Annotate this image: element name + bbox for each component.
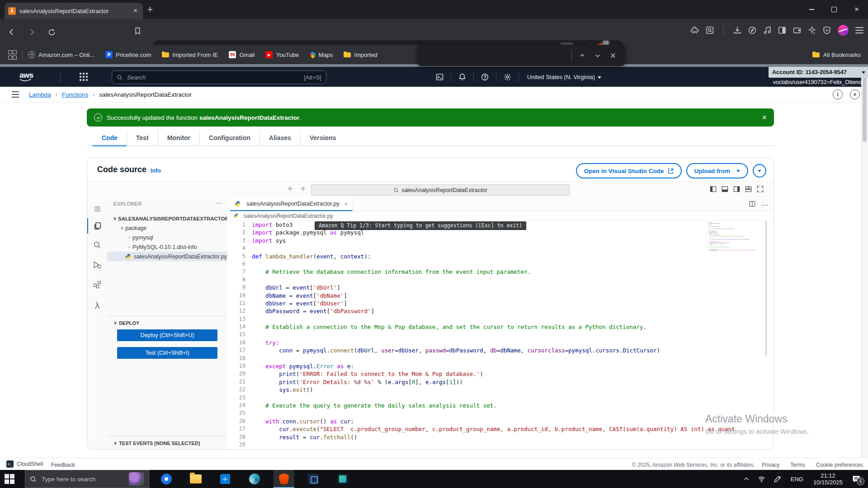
find-next-icon[interactable] <box>590 52 605 59</box>
taskbar-app-media[interactable] <box>332 470 353 488</box>
find-input[interactable] <box>422 52 569 59</box>
language-indicator[interactable]: ENG <box>785 476 809 483</box>
tab-configuration[interactable]: Configuration <box>200 130 260 145</box>
tree-item[interactable]: ›pymysql <box>107 233 227 242</box>
test-events-header[interactable]: ∨TEST EVENTS [NONE SELECTED] <box>107 436 227 450</box>
fullscreen-icon[interactable] <box>757 186 764 192</box>
open-in-vscode-button[interactable]: Open in Visual Studio Code <box>576 163 682 178</box>
nav-menu-icon[interactable] <box>12 91 19 98</box>
start-button[interactable] <box>5 474 14 484</box>
split-editor-icon[interactable] <box>749 201 755 209</box>
search-highlight-image[interactable] <box>129 472 144 486</box>
breadcrumb-functions[interactable]: Functions <box>62 91 89 98</box>
extensions-icon[interactable] <box>691 26 699 34</box>
window-maximize-button[interactable] <box>823 0 845 19</box>
cloudshell-icon[interactable] <box>429 73 451 81</box>
tab-test[interactable]: Test <box>127 130 158 145</box>
bookmark-item[interactable]: Imported From IE <box>162 51 218 58</box>
wallet-icon[interactable] <box>793 26 801 34</box>
window-close-button[interactable]: × <box>845 0 868 19</box>
bookmark-item[interactable]: MGmail <box>229 51 255 58</box>
breadcrumb-lambda[interactable]: Lambda <box>29 91 51 98</box>
minimap[interactable]: 1import boto32import package.pymysql as … <box>706 222 762 255</box>
feedback-link[interactable]: Feedback <box>51 462 75 468</box>
bookmark-item[interactable]: ▶YouTube <box>265 51 299 58</box>
tab-versions[interactable]: Versions <box>301 130 345 145</box>
help-icon[interactable] <box>474 73 496 81</box>
deploy-button[interactable]: Deploy (Ctrl+Shift+U) <box>117 329 217 341</box>
info-link[interactable]: Info <box>151 168 161 174</box>
find-previous-icon[interactable] <box>575 52 590 59</box>
bookmark-page-icon[interactable] <box>134 27 142 35</box>
profile-avatar[interactable] <box>838 25 849 36</box>
browser-tab[interactable]: λ salesAnalysisReportDataExtractor × <box>5 3 143 19</box>
aws-logo[interactable]: aws <box>19 71 33 82</box>
all-bookmarks-button[interactable]: All Bookmarks <box>812 45 861 64</box>
application-composer-icon[interactable] <box>87 277 107 292</box>
page-scrollbar[interactable] <box>861 67 868 458</box>
notifications-bell-icon[interactable] <box>451 73 473 81</box>
taskbar-app-store[interactable] <box>215 470 236 488</box>
bookmark-item[interactable]: Amazon.com – Onli... <box>28 51 94 58</box>
search-files-icon[interactable] <box>87 237 107 253</box>
taskbar-app-brave-active[interactable] <box>274 470 294 488</box>
clock[interactable]: 21:12 10/15/2025 <box>809 472 847 486</box>
tree-item[interactable]: ∨SALESANALYSISREPORTDATAEXTRACTOR <box>107 214 227 223</box>
taskbar-search-input[interactable] <box>41 475 125 483</box>
code-area[interactable]: 1import boto32import package.pymysql as … <box>227 221 774 450</box>
media-playlist-icon[interactable] <box>763 26 771 34</box>
editor-tab-close-icon[interactable]: × <box>344 201 348 207</box>
test-button[interactable]: Test (Ctrl+Shift+I) <box>117 347 217 359</box>
banner-close-icon[interactable]: × <box>762 113 767 122</box>
brave-news-icon[interactable] <box>748 26 756 34</box>
tray-expand-icon[interactable] <box>739 476 754 482</box>
taskbar-search[interactable] <box>25 470 149 488</box>
account-user[interactable]: voclabs/user4190732=Felix_Otieno <box>773 79 862 85</box>
leo-ai-icon[interactable] <box>808 26 816 34</box>
scroll-thumb[interactable] <box>863 74 867 142</box>
vpn-shield-icon[interactable] <box>823 26 831 34</box>
forward-icon[interactable] <box>24 25 39 39</box>
editor-scrollbar[interactable] <box>765 221 767 357</box>
layout-sidebar-right-icon[interactable] <box>733 186 740 192</box>
pen-icon[interactable] <box>769 475 785 483</box>
settings-gear-icon[interactable] <box>496 73 519 81</box>
explorer-files-icon[interactable] <box>87 218 107 234</box>
new-tab-button[interactable]: + <box>144 4 156 15</box>
notification-center-icon[interactable]: 5 <box>847 474 868 483</box>
window-minimize-button[interactable] <box>800 0 823 19</box>
downloads-icon[interactable] <box>733 26 741 34</box>
explorer-actions-icon[interactable]: ⋯ <box>216 199 222 206</box>
status-panel-icon[interactable] <box>850 89 860 99</box>
layout-grid-icon[interactable] <box>745 186 752 192</box>
tree-item[interactable]: salesAnalysisReportDataExtractor.py <box>107 252 227 261</box>
footer-link-privacy[interactable]: Privacy <box>762 462 779 468</box>
bookmark-item[interactable]: Imported <box>344 51 377 58</box>
find-close-icon[interactable] <box>605 52 621 59</box>
sidebar-toggle-icon[interactable] <box>778 26 786 34</box>
apps-grid-icon[interactable] <box>8 50 16 60</box>
taskbar-app-dev-tool[interactable] <box>303 470 324 488</box>
more-actions-button[interactable] <box>753 164 766 178</box>
account-id-tooltip[interactable]: Account ID: 1143-2054-9547 <box>769 67 868 78</box>
editor-file-tab[interactable]: salesAnalysisReportDataExtractor.py × <box>230 197 353 211</box>
deploy-section-header[interactable]: ∨DEPLOY <box>107 316 227 329</box>
aws-search-input[interactable] <box>126 74 304 81</box>
aws-lambda-icon[interactable]: λ <box>87 298 107 313</box>
taskbar-app-browser[interactable] <box>156 470 177 488</box>
tree-item[interactable]: ›PyMySQL-0.10.1.dist-info <box>107 242 227 252</box>
tab-monitor[interactable]: Monitor <box>158 130 200 145</box>
bookmark-item[interactable]: PPriceline.com <box>105 51 151 58</box>
upload-from-button[interactable]: Upload from <box>686 163 749 178</box>
tab-code[interactable]: Code <box>93 130 127 145</box>
cloudshell-button[interactable]: >_ CloudShell <box>6 460 43 468</box>
footer-link-terms[interactable]: Terms <box>790 462 805 468</box>
taskbar-app-edge[interactable] <box>244 470 265 488</box>
editor-more-icon[interactable]: ⋯ <box>761 201 768 209</box>
editor-menu-icon[interactable] <box>87 201 107 216</box>
layout-sidebar-left-icon[interactable] <box>710 186 717 192</box>
editor-search-box[interactable]: salesAnalysisReportDataExtractor <box>311 184 570 196</box>
reload-icon[interactable] <box>44 25 59 39</box>
tab-aliases[interactable]: Aliases <box>260 130 301 145</box>
search-sidebar-icon[interactable] <box>706 26 714 34</box>
